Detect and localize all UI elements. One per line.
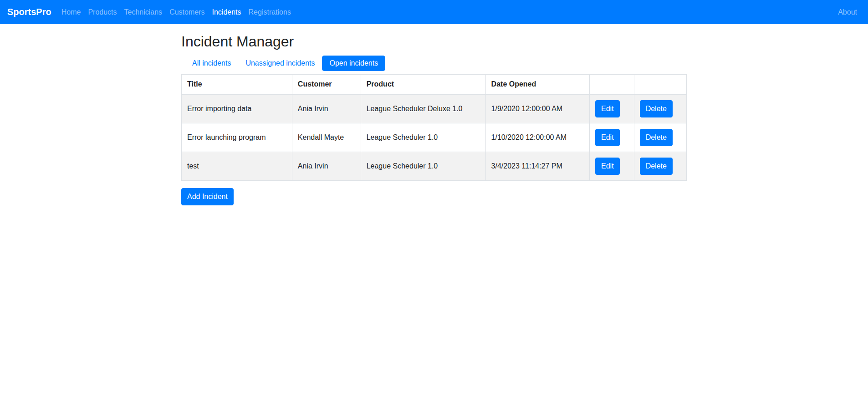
incidents-table: Title Customer Product Date Opened Error… (181, 74, 687, 181)
cell-product: League Scheduler 1.0 (361, 152, 485, 181)
tab-unassigned-incidents[interactable]: Unassigned incidents (238, 56, 322, 71)
cell-customer: Kendall Mayte (292, 123, 361, 152)
navbar-links: Home Products Technicians Customers Inci… (58, 5, 835, 20)
nav-item-customers[interactable]: Customers (166, 5, 208, 20)
column-header-edit (590, 75, 634, 95)
table-header: Title Customer Product Date Opened (182, 75, 687, 95)
cell-date-opened: 3/4/2023 11:14:27 PM (485, 152, 589, 181)
edit-button[interactable]: Edit (595, 158, 620, 175)
nav-item-incidents[interactable]: Incidents (208, 5, 245, 20)
incident-filter-tabs: All incidents Unassigned incidents Open … (181, 56, 687, 71)
cell-date-opened: 1/9/2020 12:00:00 AM (485, 94, 589, 123)
edit-button[interactable]: Edit (595, 129, 620, 146)
page-title: Incident Manager (181, 33, 687, 50)
main-content: Incident Manager All incidents Unassigne… (174, 33, 694, 205)
cell-delete: Delete (634, 123, 686, 152)
cell-title: test (182, 152, 292, 181)
nav-item-products[interactable]: Products (84, 5, 120, 20)
cell-title: Error launching program (182, 123, 292, 152)
nav-item-technicians[interactable]: Technicians (121, 5, 166, 20)
top-navbar: SportsPro Home Products Technicians Cust… (0, 0, 868, 24)
cell-product: League Scheduler Deluxe 1.0 (361, 94, 485, 123)
cell-product: League Scheduler 1.0 (361, 123, 485, 152)
cell-title: Error importing data (182, 94, 292, 123)
table-row: Error importing data Ania Irvin League S… (182, 94, 687, 123)
table-header-row: Title Customer Product Date Opened (182, 75, 687, 95)
column-header-title: Title (182, 75, 292, 95)
cell-edit: Edit (590, 152, 634, 181)
delete-button[interactable]: Delete (640, 129, 673, 146)
brand-link[interactable]: SportsPro (7, 7, 51, 17)
cell-delete: Delete (634, 152, 686, 181)
delete-button[interactable]: Delete (640, 100, 673, 117)
nav-item-about[interactable]: About (834, 5, 861, 20)
add-incident-button[interactable]: Add Incident (181, 188, 234, 205)
table-row: test Ania Irvin League Scheduler 1.0 3/4… (182, 152, 687, 181)
nav-item-registrations[interactable]: Registrations (245, 5, 295, 20)
delete-button[interactable]: Delete (640, 158, 673, 175)
tab-open-incidents[interactable]: Open incidents (322, 56, 385, 71)
cell-delete: Delete (634, 94, 686, 123)
cell-customer: Ania Irvin (292, 94, 361, 123)
table-body: Error importing data Ania Irvin League S… (182, 94, 687, 181)
column-header-delete (634, 75, 686, 95)
cell-edit: Edit (590, 123, 634, 152)
column-header-product: Product (361, 75, 485, 95)
column-header-customer: Customer (292, 75, 361, 95)
tab-all-incidents[interactable]: All incidents (185, 56, 238, 71)
page: SportsPro Home Products Technicians Cust… (0, 0, 868, 408)
cell-edit: Edit (590, 94, 634, 123)
table-row: Error launching program Kendall Mayte Le… (182, 123, 687, 152)
cell-customer: Ania Irvin (292, 152, 361, 181)
column-header-date-opened: Date Opened (485, 75, 589, 95)
cell-date-opened: 1/10/2020 12:00:00 AM (485, 123, 589, 152)
nav-item-home[interactable]: Home (58, 5, 85, 20)
edit-button[interactable]: Edit (595, 100, 620, 117)
